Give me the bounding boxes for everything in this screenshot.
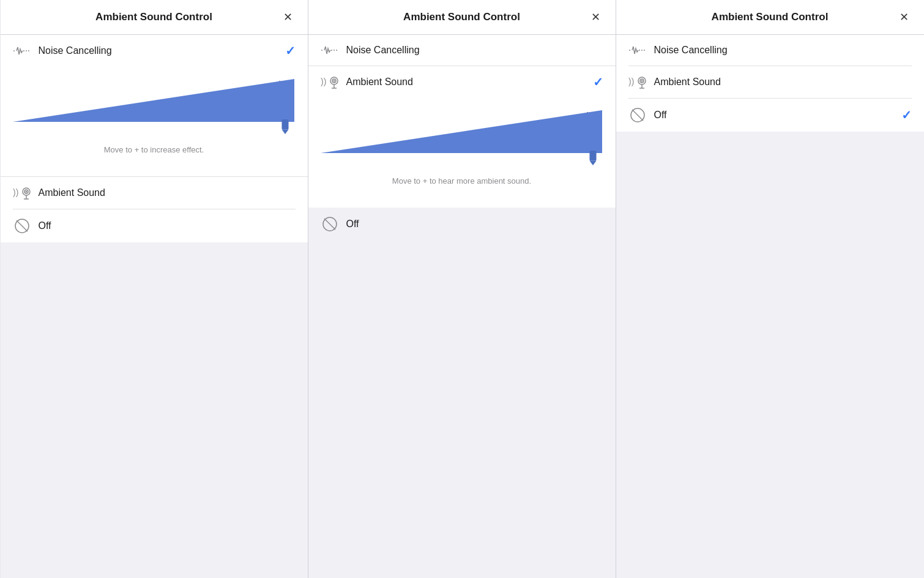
ambient-section-2: )) Ambient Sound ✓ +: [308, 66, 616, 208]
nc-section-1: Noise Cancelling ✓ + Move to + to increa…: [1, 35, 308, 176]
panel-title-1: Ambient Sound Control: [28, 11, 281, 23]
panel-title-2: Ambient Sound Control: [335, 11, 589, 23]
nc-slider-thumb-1[interactable]: [281, 119, 289, 134]
svg-line-29: [632, 110, 643, 121]
ambient-checkmark-2: ✓: [593, 75, 603, 89]
svg-rect-18: [589, 151, 596, 161]
ambient-menu-item-3[interactable]: )) Ambient Sound: [616, 66, 924, 98]
close-icon-1: ✕: [283, 10, 292, 24]
svg-rect-1: [281, 119, 288, 130]
close-icon-2: ✕: [591, 10, 600, 24]
close-icon-3: ✕: [900, 10, 909, 24]
ambient-slider-triangle-2: [321, 110, 602, 153]
ambient-menu-item-2[interactable]: )) Ambient Sound ✓: [308, 66, 616, 98]
ambient-label-3: Ambient Sound: [654, 77, 912, 88]
svg-point-25: [641, 80, 643, 82]
panel-noise-cancelling: Ambient Sound Control ✕ Noise Cancelling…: [1, 0, 308, 578]
nc-hint-text-1: Move to + to increase effect.: [13, 140, 296, 164]
ambient-slider-section-2: + Move to + to hear more ambient sound.: [308, 98, 616, 208]
nc-menu-item-1[interactable]: Noise Cancelling ✓: [1, 35, 308, 67]
ambient-slider-container-2[interactable]: +: [321, 98, 603, 165]
nc-icon-1: [13, 44, 31, 58]
svg-marker-2: [281, 130, 288, 134]
svg-point-14: [333, 80, 335, 82]
off-icon-1: [13, 218, 31, 234]
svg-marker-19: [589, 161, 596, 165]
ambient-icon-2: )): [321, 75, 339, 89]
ambient-icon-3: )): [628, 75, 647, 89]
panel-header-2: Ambient Sound Control ✕: [308, 0, 616, 35]
nc-label-3: Noise Cancelling: [654, 45, 912, 56]
off-section-2: Off: [308, 208, 616, 241]
nc-menu-item-3[interactable]: Noise Cancelling: [616, 35, 924, 66]
off-menu-item-3[interactable]: Off ✓: [616, 99, 924, 132]
off-menu-item-2[interactable]: Off: [308, 208, 616, 241]
panel-ambient-sound: Ambient Sound Control ✕ Noise Cancelling…: [308, 0, 616, 578]
panel-header-3: Ambient Sound Control ✕: [616, 0, 924, 35]
svg-text:)): )): [13, 187, 18, 197]
nc-checkmark-1: ✓: [285, 43, 296, 58]
panel-off: Ambient Sound Control ✕ Noise Cancelling…: [616, 0, 924, 578]
ambient-menu-item-1[interactable]: )) Ambient Sound: [1, 176, 308, 209]
svg-marker-0: [13, 79, 294, 122]
close-button-3[interactable]: ✕: [897, 10, 912, 24]
nc-icon-3: [628, 43, 647, 57]
nc-label-2: Noise Cancelling: [346, 45, 603, 56]
panel-header-1: Ambient Sound Control ✕: [1, 0, 308, 35]
ambient-section-1: )) Ambient Sound Off: [1, 176, 308, 242]
ambient-hint-text-2: Move to + to hear more ambient sound.: [321, 171, 603, 195]
off-icon-2: [321, 216, 339, 232]
nc-slider-container-1[interactable]: +: [13, 67, 296, 134]
close-button-2[interactable]: ✕: [589, 10, 603, 24]
off-label-2: Off: [346, 219, 603, 230]
nc-slider-triangle-1: [13, 79, 294, 122]
nc-label-1: Noise Cancelling: [39, 45, 285, 56]
nc-section-2: Noise Cancelling: [308, 35, 616, 66]
panel-body-1: [1, 242, 308, 578]
nc-menu-item-2[interactable]: Noise Cancelling: [308, 35, 616, 66]
nc-icon-2: [321, 43, 339, 57]
off-menu-item-1[interactable]: Off: [1, 209, 308, 242]
close-button-1[interactable]: ✕: [281, 10, 296, 24]
ambient-label-1: Ambient Sound: [39, 187, 296, 198]
off-icon-3: [628, 107, 647, 123]
ambient-slider-thumb-2[interactable]: [589, 151, 597, 165]
ambient-icon-1: )): [13, 186, 31, 200]
ambient-label-2: Ambient Sound: [346, 77, 593, 88]
panel-body-2: [308, 241, 616, 578]
off-label-3: Off: [654, 110, 901, 121]
panel-body-3: [616, 132, 924, 578]
svg-text:)): )): [628, 77, 634, 86]
panel-title-3: Ambient Sound Control: [643, 11, 897, 23]
nc-slider-section-1: + Move to + to increase effect.: [1, 67, 308, 176]
off-label-1: Off: [39, 220, 296, 231]
svg-marker-17: [321, 110, 602, 153]
svg-point-6: [25, 191, 27, 193]
svg-text:)): )): [321, 77, 326, 86]
off-checkmark-3: ✓: [901, 108, 912, 122]
svg-line-10: [17, 220, 28, 231]
nc-section-3: Noise Cancelling )) Ambient Sound: [616, 35, 924, 132]
svg-line-21: [324, 219, 335, 230]
